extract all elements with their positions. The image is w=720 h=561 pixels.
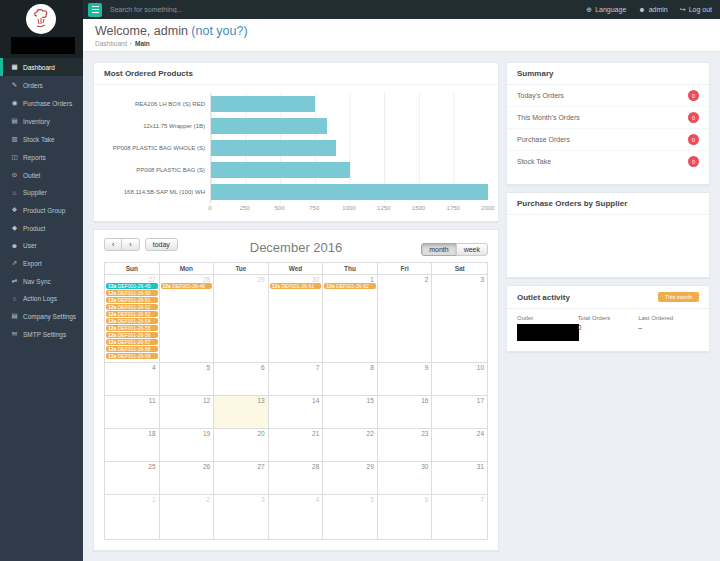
sidebar-item-product[interactable]: ◆Product	[0, 219, 83, 237]
breadcrumb-separator: ›	[130, 40, 132, 47]
calendar-cell[interactable]: 29	[214, 275, 269, 363]
calendar-cell[interactable]: 2712a DEF001-26-4512a DEF001-26-5012a DE…	[105, 275, 160, 363]
calendar-cell[interactable]: 5	[323, 495, 378, 539]
calendar-event[interactable]: 12a DEF001-26-51	[106, 297, 158, 303]
sidebar-item-purchase-orders[interactable]: ◉Purchase Orders	[0, 94, 83, 112]
calendar-cell[interactable]: 24	[432, 429, 487, 462]
calendar-cell[interactable]: 10	[432, 363, 487, 396]
calendar-cell[interactable]: 16	[378, 396, 433, 429]
calendar-next-button[interactable]: ›	[121, 238, 139, 251]
calendar-event[interactable]: 12a DEF001-26-61	[270, 283, 322, 289]
calendar-event[interactable]: 12a DEF001-26-52	[106, 304, 158, 310]
calendar-event[interactable]: 12a DEF001-26-54	[106, 318, 158, 324]
summary-row-this-months-orders[interactable]: This Month's Orders0	[507, 107, 709, 129]
summary-label: Stock Take	[517, 158, 551, 165]
calendar-cell[interactable]: 22	[323, 429, 378, 462]
calendar-cell[interactable]: 9	[378, 363, 433, 396]
calendar-cell[interactable]: 5	[160, 363, 215, 396]
calendar-cell[interactable]: 21	[269, 429, 324, 462]
sidebar-item-nav-sync[interactable]: ⇄Nav Sync	[0, 272, 83, 290]
company-logo[interactable]	[26, 4, 56, 34]
calendar-cell[interactable]: 112a DEF001-26-62	[323, 275, 378, 363]
sidebar-item-supplier[interactable]: ⌂Supplier	[0, 184, 83, 201]
calendar-cell[interactable]: 27	[214, 462, 269, 495]
tick-label: 1250	[377, 205, 390, 211]
calendar-today-button[interactable]: today	[145, 238, 178, 251]
summary-row-todays-orders[interactable]: Today's Orders0	[507, 85, 709, 107]
sidebar-item-reports[interactable]: ◫Reports	[0, 148, 83, 166]
calendar-event[interactable]: 12a DEF001-26-55	[106, 325, 158, 331]
calendar-cell[interactable]: 23	[378, 429, 433, 462]
calendar-cell[interactable]: 7	[432, 495, 487, 539]
sidebar-item-dashboard[interactable]: ▦Dashboard	[0, 58, 83, 76]
calendar-cell[interactable]: 8	[323, 363, 378, 396]
calendar-cell[interactable]: 11	[105, 396, 160, 429]
summary-row-purchase-orders[interactable]: Purchase Orders0	[507, 129, 709, 151]
calendar-cell[interactable]: 4	[105, 363, 160, 396]
calendar-cell[interactable]: 19	[160, 429, 215, 462]
summary-row-stock-take[interactable]: Stock Take0	[507, 151, 709, 172]
calendar-cell[interactable]: 12	[160, 396, 215, 429]
calendar-cell[interactable]: 3012a DEF001-26-61	[269, 275, 324, 363]
date-number: 27	[257, 463, 264, 470]
calendar-week: 1 2 3 4 5 6 7	[105, 495, 487, 539]
calendar-cell[interactable]: 2	[160, 495, 215, 539]
calendar-cell[interactable]: 28	[269, 462, 324, 495]
calendar-cell[interactable]: 18	[105, 429, 160, 462]
calendar-event[interactable]: 12a DEF001-26-56	[106, 332, 158, 338]
logout-button[interactable]: ↪Log out	[680, 6, 712, 14]
not-you-link[interactable]: (not you?)	[191, 24, 247, 38]
calendar-cell[interactable]: 1	[105, 495, 160, 539]
calendar-event[interactable]: 12a DEF001-26-62	[324, 283, 376, 289]
calendar-event[interactable]: 12a DEF001-26-57	[106, 339, 158, 345]
date-number: 28	[203, 276, 210, 283]
calendar-event[interactable]: 12a DEF001-26-53	[106, 311, 158, 317]
outlet-activity-table: Outlet Total Orders 0 Last Ordered –	[507, 309, 709, 351]
date-number: 12	[203, 397, 210, 404]
calendar-month-button[interactable]: month	[421, 243, 456, 256]
sidebar-item-product-group[interactable]: ❖Product Group	[0, 201, 83, 219]
sidebar-item-smtp-settings[interactable]: ✉SMTP Settings	[0, 325, 83, 343]
calendar-cell[interactable]: 17	[432, 396, 487, 429]
breadcrumb: Dashboard›Main	[95, 40, 708, 47]
date-number: 7	[480, 496, 484, 503]
calendar-cell[interactable]: 3	[432, 275, 487, 363]
calendar-cell[interactable]: 30	[378, 462, 433, 495]
calendar-cell[interactable]: 3	[214, 495, 269, 539]
sidebar-item-company-settings[interactable]: ▤Company Settings	[0, 307, 83, 325]
user-menu[interactable]: ☻admin	[638, 6, 667, 13]
sidebar-item-orders[interactable]: ✎Orders	[0, 76, 83, 94]
language-menu[interactable]: ⊕Language	[586, 6, 626, 14]
calendar-cell[interactable]: 6	[378, 495, 433, 539]
calendar-cell[interactable]: 14	[269, 396, 324, 429]
calendar-cell[interactable]: 4	[269, 495, 324, 539]
calendar-cell[interactable]: 29	[323, 462, 378, 495]
calendar-cell[interactable]: 7	[269, 363, 324, 396]
calendar-event[interactable]: 12a DEF001-26-58	[106, 346, 158, 352]
calendar-event[interactable]: 12a DEF001-26-45	[106, 283, 158, 289]
sidebar-toggle-button[interactable]	[88, 3, 102, 17]
calendar-cell[interactable]: 20	[214, 429, 269, 462]
sidebar-item-inventory[interactable]: ▤Inventory	[0, 112, 83, 130]
calendar-cell[interactable]: 6	[214, 363, 269, 396]
search-input[interactable]	[110, 6, 586, 13]
breadcrumb-dashboard[interactable]: Dashboard	[95, 40, 127, 47]
calendar-week-button[interactable]: week	[456, 243, 488, 256]
calendar-cell[interactable]: 2812a DEF001-26-46	[160, 275, 215, 363]
sidebar-item-action-logs[interactable]: ○Action Logs	[0, 290, 83, 307]
sidebar-item-outlet[interactable]: ⊙Outlet	[0, 166, 83, 184]
calendar-prev-button[interactable]: ‹	[104, 238, 122, 251]
calendar-cell[interactable]: 25	[105, 462, 160, 495]
calendar-cell-today[interactable]: 13	[214, 396, 269, 429]
calendar-cell[interactable]: 26	[160, 462, 215, 495]
bar-label: 12x11.75 Wrapper (1B)	[98, 123, 210, 129]
calendar-event[interactable]: 12a DEF001-26-46	[161, 283, 213, 289]
calendar-cell[interactable]: 2	[378, 275, 433, 363]
calendar-cell[interactable]: 15	[323, 396, 378, 429]
calendar-event[interactable]: 12a DEF001-26-59	[106, 353, 158, 359]
sidebar-item-export[interactable]: ⇗Export	[0, 254, 83, 272]
calendar-cell[interactable]: 31	[432, 462, 487, 495]
calendar-event[interactable]: 12a DEF001-26-50	[106, 290, 158, 296]
sidebar-item-stock-take[interactable]: ▥Stock Take	[0, 130, 83, 148]
sidebar-item-user[interactable]: ☻User	[0, 237, 83, 254]
